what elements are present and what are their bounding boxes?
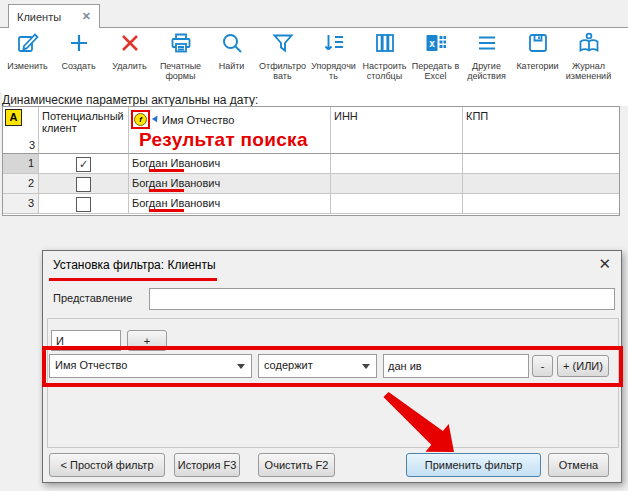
funnel-icon (271, 31, 295, 59)
sort-button[interactable]: Упорядочи ть (308, 28, 359, 92)
find-button[interactable]: Найти (206, 28, 257, 92)
filter-indicator-icon: f (134, 113, 147, 126)
logic-operator-input[interactable] (51, 330, 121, 351)
simple-filter-button[interactable]: < Простой фильтр (49, 453, 165, 477)
history-button[interactable]: История F3 (174, 453, 240, 477)
row-number[interactable]: 2 (3, 174, 39, 194)
status-line: Динамические параметры актуальны на дату… (2, 93, 628, 106)
clients-table: A 3 Потенциальный клиент f Имя Отчество … (2, 106, 620, 216)
potential-client-cell[interactable] (39, 194, 129, 214)
categories-icon (526, 31, 550, 59)
delete-x-icon (118, 31, 142, 59)
printer-icon (169, 31, 193, 59)
remove-condition-button[interactable]: - (532, 355, 553, 377)
clear-button[interactable]: Очистить F2 (258, 453, 335, 477)
journal-person-icon (577, 31, 601, 59)
delete-button[interactable]: Удалить (104, 28, 155, 92)
operator-select[interactable]: содержит (258, 354, 377, 378)
cancel-button[interactable]: Отмена (548, 453, 609, 477)
sort-icon (322, 31, 346, 59)
row-number[interactable]: 3 (3, 194, 39, 214)
add-condition-button[interactable]: + (127, 330, 167, 351)
tab-bar: Клиенты ✕ (0, 0, 628, 28)
column-header-potential[interactable]: Потенциальный клиент (39, 107, 129, 154)
search-result-annotation: Результат поиска (139, 129, 308, 151)
filter-indicator-highlight: f (131, 110, 150, 129)
changelog-button[interactable]: Журнал изменений (563, 28, 614, 92)
match-underline: дан Ив (149, 157, 184, 172)
menu-lines-icon (475, 31, 499, 59)
row-number[interactable]: 1 (3, 154, 39, 174)
dialog-close-icon[interactable]: ✕ (598, 255, 611, 273)
export-excel-button[interactable]: x Передать в Excel (410, 28, 461, 92)
filter-dialog: Установка фильтра: Клиенты ✕ Представлен… (42, 250, 622, 483)
checkbox-unchecked[interactable] (76, 197, 91, 212)
select-all-icon[interactable]: A (5, 109, 22, 126)
svg-text:x: x (429, 38, 435, 49)
checkbox-unchecked[interactable] (76, 177, 91, 192)
checkbox-checked[interactable]: ✓ (76, 157, 91, 172)
potential-client-cell[interactable] (39, 174, 129, 194)
dialog-title: Установка фильтра: Клиенты (53, 258, 216, 272)
sort-indicator-icon (152, 113, 160, 121)
edit-icon (16, 31, 40, 59)
kpp-cell[interactable] (463, 154, 619, 174)
presentation-input[interactable] (149, 288, 615, 310)
toolbar: Изменить Создать Удалить Печатные формы … (0, 28, 628, 94)
create-button[interactable]: Создать (53, 28, 104, 92)
potential-client-cell[interactable]: ✓ (39, 154, 129, 174)
match-underline: дан Ив (149, 197, 184, 212)
row-count: 3 (29, 139, 35, 151)
apply-filter-button[interactable]: Применить фильтр (406, 453, 541, 477)
columns-icon (373, 31, 397, 59)
add-or-condition-button[interactable]: + (ИЛИ) (557, 355, 609, 377)
name-cell[interactable]: Богдан Иванович (129, 154, 331, 174)
presentation-label: Представление (53, 292, 132, 304)
search-icon (220, 31, 244, 59)
plus-icon (67, 31, 91, 59)
categories-button[interactable]: Категории (512, 28, 563, 92)
print-forms-button[interactable]: Печатные формы (155, 28, 206, 92)
column-header-inn[interactable]: ИНН (331, 107, 463, 154)
name-cell[interactable]: Богдан Иванович (129, 194, 331, 214)
corner-header-cell[interactable]: A 3 (3, 107, 39, 154)
more-actions-button[interactable]: Другие действия (461, 28, 512, 92)
filter-value-input[interactable] (383, 354, 529, 378)
tab-label: Клиенты (17, 11, 61, 23)
kpp-cell[interactable] (463, 174, 619, 194)
name-cell[interactable]: Богдан Иванович (129, 174, 331, 194)
edit-button[interactable]: Изменить (2, 28, 53, 92)
tab-close-icon[interactable]: ✕ (82, 10, 91, 23)
configure-columns-button[interactable]: Настроить столбцы (359, 28, 410, 92)
excel-icon: x (424, 31, 448, 59)
inn-cell[interactable] (331, 174, 463, 194)
tab-clients[interactable]: Клиенты ✕ (8, 4, 100, 28)
filter-button[interactable]: Отфильтро вать (257, 28, 308, 92)
field-select[interactable]: Имя Отчество (49, 354, 252, 378)
app-window: Клиенты ✕ Изменить Создать Удалить Печат… (0, 0, 628, 491)
column-header-kpp[interactable]: КПП (463, 107, 619, 154)
match-underline: дан Ив (149, 177, 184, 192)
title-underline-annotation (49, 278, 217, 281)
inn-cell[interactable] (331, 194, 463, 214)
kpp-cell[interactable] (463, 194, 619, 214)
inn-cell[interactable] (331, 154, 463, 174)
annotation-arrow-icon (366, 392, 466, 456)
